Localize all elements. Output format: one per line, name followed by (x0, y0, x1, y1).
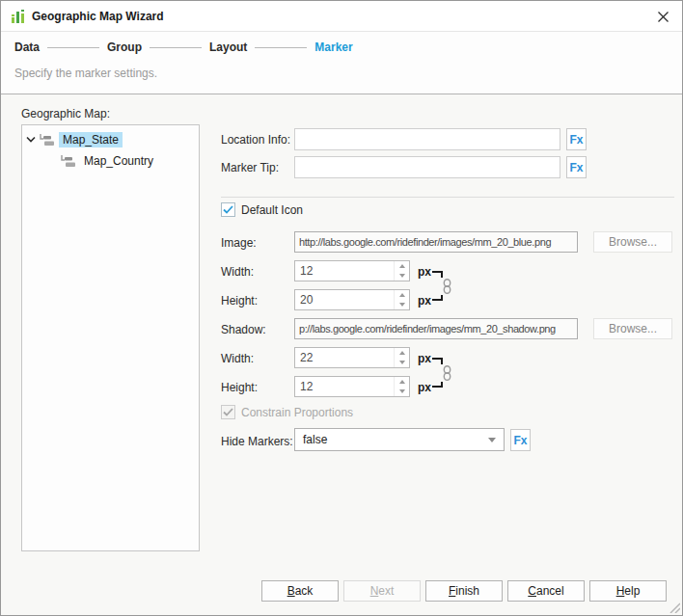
spin-down-icon (399, 389, 405, 393)
image-height-stepper[interactable] (294, 289, 410, 310)
image-width-stepper[interactable] (294, 260, 410, 281)
marker-tip-input[interactable] (294, 156, 560, 178)
tree-item-map-state[interactable]: Map_State (22, 129, 199, 150)
default-icon-label: Default Icon (241, 203, 303, 217)
image-width-unit: px (418, 265, 431, 279)
image-url-field[interactable]: http://labs.google.com/ridefinder/images… (294, 231, 578, 253)
spinner-buttons[interactable] (394, 261, 409, 281)
next-button: Next (343, 580, 421, 602)
image-width-input[interactable] (295, 261, 392, 281)
hide-markers-dropdown[interactable]: false (294, 428, 505, 451)
spinner-buttons[interactable] (394, 377, 409, 396)
marker-tip-label: Marker Tip: (221, 161, 279, 174)
step-layout[interactable]: Layout (209, 40, 247, 54)
shadow-label: Shadow: (221, 323, 266, 336)
image-height-label: Height: (221, 294, 258, 308)
location-info-fx-button[interactable]: Fx (566, 128, 587, 150)
step-connector (255, 47, 307, 48)
app-chart-icon (11, 9, 26, 24)
step-data[interactable]: Data (14, 40, 40, 54)
geographic-map-tree: Map_State Map_Country (21, 124, 200, 551)
spin-up-icon (399, 264, 405, 268)
back-button[interactable]: Back (261, 580, 339, 602)
spinner-buttons[interactable] (394, 348, 409, 367)
shadow-width-unit: px (418, 352, 431, 365)
spin-up-icon (399, 380, 405, 384)
shadow-height-input[interactable] (295, 377, 392, 396)
section-divider (221, 197, 674, 198)
map-layer-icon (40, 134, 55, 147)
spinner-buttons[interactable] (394, 290, 409, 309)
chevron-down-icon[interactable] (26, 136, 38, 144)
dropdown-arrow-icon (488, 438, 496, 442)
hide-markers-label: Hide Markers: (221, 435, 293, 448)
link-icon (441, 364, 453, 382)
default-icon-checkbox[interactable] (221, 202, 235, 217)
shadow-url-field[interactable]: p://labs.google.com/ridefinder/images/mm… (294, 318, 578, 339)
close-button[interactable] (647, 1, 678, 32)
map-layer-icon (61, 155, 76, 168)
shadow-height-stepper[interactable] (294, 376, 410, 397)
image-label: Image: (221, 236, 257, 250)
image-width-label: Width: (221, 265, 254, 279)
tree-item-label: Map_Country (80, 153, 157, 169)
shadow-height-unit: px (418, 381, 431, 394)
cancel-button[interactable]: Cancel (507, 580, 585, 602)
close-icon (658, 12, 669, 22)
help-button[interactable]: Help (589, 580, 667, 602)
window-title: Geographic Map Wizard (32, 1, 164, 32)
spin-down-icon (399, 361, 405, 364)
image-browse-button[interactable]: Browse... (593, 231, 672, 253)
constrain-proportions-label: Constrain Proportions (241, 406, 353, 419)
geographic-map-wizard-dialog: Geographic Map Wizard Data Group Layout … (0, 0, 683, 616)
wizard-steps: Data Group Layout Marker (14, 33, 353, 62)
check-icon (223, 408, 233, 416)
location-info-input[interactable] (294, 128, 560, 150)
check-icon (223, 205, 233, 214)
tree-item-label: Map_State (59, 132, 123, 147)
spin-up-icon (399, 293, 405, 297)
shadow-height-label: Height: (221, 381, 258, 394)
link-icon (441, 278, 453, 295)
constrain-proportions-checkbox (221, 405, 235, 419)
location-info-label: Location Info: (221, 133, 290, 147)
step-group[interactable]: Group (107, 40, 142, 54)
step-description: Specify the marker settings. (14, 67, 157, 80)
shadow-width-stepper[interactable] (294, 347, 410, 368)
hide-markers-fx-button[interactable]: Fx (510, 429, 531, 451)
tree-label: Geographic Map: (21, 107, 110, 121)
shadow-width-label: Width: (221, 352, 254, 365)
image-height-input[interactable] (295, 290, 392, 309)
hide-markers-value: false (303, 433, 327, 446)
shadow-width-input[interactable] (295, 348, 392, 367)
step-connector (47, 47, 99, 48)
image-height-unit: px (418, 294, 431, 308)
titlebar: Geographic Map Wizard (1, 1, 682, 32)
shadow-browse-button[interactable]: Browse... (593, 318, 672, 339)
spin-down-icon (399, 303, 405, 307)
step-marker[interactable]: Marker (314, 40, 352, 54)
step-connector (150, 47, 202, 48)
spin-down-icon (399, 274, 405, 278)
marker-tip-fx-button[interactable]: Fx (566, 156, 587, 178)
tree-item-map-country[interactable]: Map_Country (22, 150, 199, 172)
resize-grip[interactable] (668, 601, 680, 613)
finish-button[interactable]: Finish (425, 580, 503, 602)
spin-up-icon (399, 351, 405, 355)
